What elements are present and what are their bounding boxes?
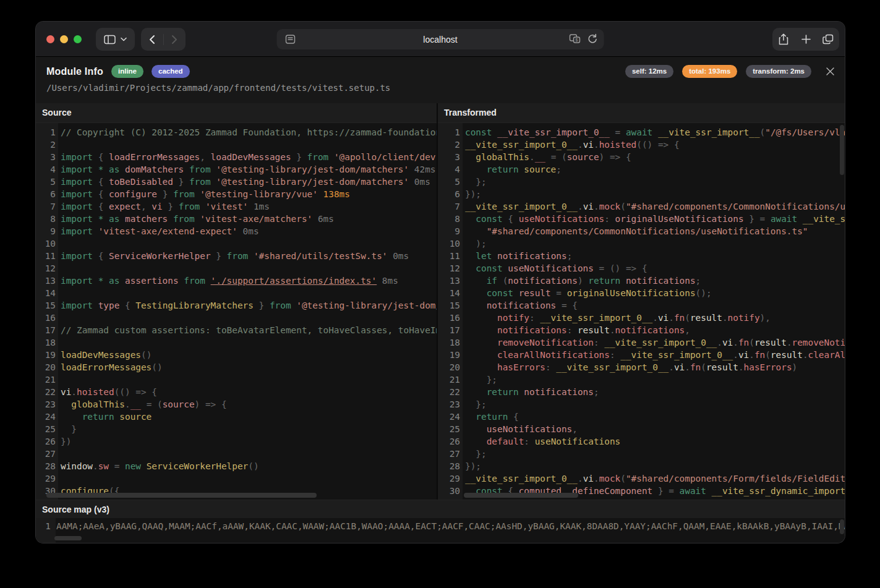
timing-total: total: 193ms (682, 65, 737, 78)
code-line: 4 return source; (438, 163, 845, 176)
code-line: 29__vite_ssr_import_0__.vi.mock("#shared… (438, 472, 845, 485)
line-number: 27 (438, 448, 460, 460)
code-line: 14 (36, 287, 437, 299)
code-line: 10 ); (438, 237, 845, 250)
code-line: 14 const result = originalUseNotificatio… (438, 287, 845, 299)
line-number: 2 (438, 138, 460, 151)
code-line: 17 notifications: result.notifications, (438, 324, 845, 336)
sourcemap-horizontal-scrollbar[interactable] (54, 536, 82, 540)
line-number: 1 (438, 126, 460, 138)
line-number: 27 (36, 448, 56, 460)
sidebar-button[interactable] (96, 28, 135, 51)
url-text: localhost (277, 35, 604, 45)
line-number: 6 (36, 188, 56, 200)
code-line: 11import { ServiceWorkerHelper } from '#… (36, 250, 437, 262)
traffic-light-close[interactable] (46, 35, 54, 43)
line-number: 11 (36, 250, 56, 262)
line-number: 23 (438, 398, 460, 411)
code-line: 11 let notifications; (438, 250, 845, 262)
code-line: 24 return { (438, 411, 845, 423)
code-line: 21 (36, 373, 437, 386)
code-line: 23 }; (438, 398, 845, 411)
module-info-title: Module Info (46, 66, 103, 77)
code-line: 25 } (36, 423, 437, 435)
window-controls (46, 22, 82, 57)
module-link[interactable]: './support/assertions/index.ts' (211, 276, 377, 286)
module-path: /Users/vladimir/Projects/zammad/app/fron… (46, 83, 390, 93)
line-number: 21 (438, 373, 460, 386)
forward-button[interactable] (163, 35, 186, 45)
new-tab-button[interactable] (795, 35, 817, 44)
line-number: 8 (36, 213, 56, 225)
code-line: 2 (36, 138, 437, 151)
nav-buttons (141, 28, 186, 51)
line-number: 15 (36, 299, 56, 312)
code-line: 3 globalThis.__ = (source) => { (438, 151, 845, 163)
line-number: 19 (36, 349, 56, 361)
line-number: 3 (438, 151, 460, 163)
browser-window: localhost $ Module Info (36, 22, 845, 543)
source-code: 1// Copyright (C) 2012-2025 Zammad Found… (36, 123, 437, 500)
timing-self: self: 12ms (625, 65, 673, 78)
transformed-vertical-scrollbar[interactable] (840, 125, 844, 175)
timing-transform: transform: 2ms (746, 65, 811, 78)
share-button[interactable] (772, 33, 795, 45)
code-line: 4import * as domMatchers from '@testing-… (36, 163, 437, 176)
transformed-panel-title: Transformed (438, 103, 845, 123)
line-number: 22 (36, 386, 56, 398)
traffic-light-minimize[interactable] (60, 35, 68, 43)
badge-inline: inline (111, 65, 143, 78)
address-bar[interactable]: localhost $ (277, 29, 604, 49)
line-number: 17 (36, 324, 56, 336)
extensions-icon[interactable]: $ (569, 33, 581, 45)
source-horizontal-scrollbar[interactable] (46, 493, 317, 498)
code-line: 12 const useNotifications = () => { (438, 262, 845, 275)
line-number: 11 (438, 250, 460, 262)
code-line: 1// Copyright (C) 2012-2025 Zammad Found… (36, 126, 437, 138)
traffic-light-zoom[interactable] (74, 35, 82, 43)
line-number: 26 (438, 435, 460, 448)
line-number: 10 (36, 237, 56, 250)
code-line: 28window.sw = new ServiceWorkerHelper() (36, 460, 437, 472)
code-line: 9 "#shared/components/CommonNotification… (438, 225, 845, 237)
line-number: 29 (36, 472, 56, 485)
code-line: 28}); (438, 460, 845, 472)
code-line: 8 const { useNotifications: originalUseN… (438, 213, 845, 225)
line-number: 5 (36, 176, 56, 188)
code-line: 20loadErrorMessages() (36, 361, 437, 373)
code-line: 13 if (notifications) return notificatio… (438, 275, 845, 287)
module-info-header: Module Info inline cached self: 12ms tot… (36, 57, 845, 103)
chevron-down-icon (121, 37, 127, 41)
reload-icon[interactable] (587, 33, 598, 45)
line-number: 2 (36, 138, 56, 151)
code-line: 27 }; (438, 448, 845, 460)
code-line: 5import { toBeDisabled } from '@testing-… (36, 176, 437, 188)
line-number: 7 (438, 200, 460, 213)
code-line: 12 (36, 262, 437, 275)
code-line: 9import 'vitest-axe/extend-expect' 0ms (36, 225, 437, 237)
line-number: 21 (36, 373, 56, 386)
toolbar-right-buttons (772, 28, 839, 51)
code-line: 15import type { TestingLibraryMatchers }… (36, 299, 437, 312)
line-number: 13 (36, 275, 56, 287)
source-panel: Source 1// Copyright (C) 2012-2025 Zamma… (36, 103, 437, 500)
tabs-overview-button[interactable] (817, 34, 839, 45)
svg-text:$: $ (576, 38, 578, 42)
back-button[interactable] (141, 35, 163, 45)
browser-toolbar: localhost $ (36, 22, 845, 57)
line-number: 29 (438, 472, 460, 485)
line-number: 16 (438, 312, 460, 324)
line-number: 10 (438, 237, 460, 250)
line-number: 16 (36, 312, 56, 324)
code-line: 22 return notifications; (438, 386, 845, 398)
code-line: 26 default: useNotifications (438, 435, 845, 448)
code-line: 21 }; (438, 373, 845, 386)
sourcemap-vertical-scrollbar[interactable] (840, 519, 844, 534)
line-number: 18 (438, 336, 460, 349)
transformed-horizontal-scrollbar[interactable] (464, 493, 578, 498)
line-number: 17 (438, 324, 460, 336)
line-number: 1 (36, 520, 51, 532)
close-button[interactable] (824, 65, 836, 77)
code-line: 7import { expect, vi } from 'vitest' 1ms (36, 200, 437, 213)
line-number: 19 (438, 349, 460, 361)
